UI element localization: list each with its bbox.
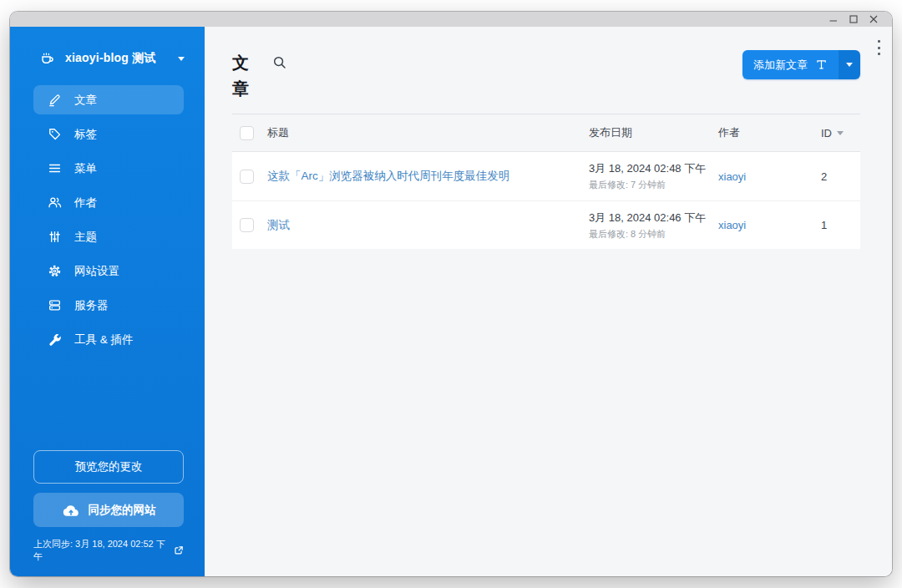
column-header-id[interactable]: ID <box>821 127 860 139</box>
search-button[interactable] <box>272 55 287 70</box>
post-title-link[interactable]: 这款「Arc」浏览器被纳入时代周刊年度最佳发明 <box>267 169 589 184</box>
kebab-dot <box>878 40 880 43</box>
table-row: 这款「Arc」浏览器被纳入时代周刊年度最佳发明 3月 18, 2024 02:4… <box>232 152 860 200</box>
add-new-post-label: 添加新文章 <box>753 58 808 73</box>
sidebar-item-label: 文章 <box>74 93 97 108</box>
kebab-dot <box>878 47 880 49</box>
sidebar-item-label: 菜单 <box>74 161 97 176</box>
sidebar: xiaoyi-blog 测试 文章 <box>10 27 205 576</box>
server-icon <box>48 298 62 312</box>
post-title-link[interactable]: 测试 <box>267 218 589 233</box>
search-icon <box>272 55 287 70</box>
app-logo-coffee-cup-icon <box>38 50 55 67</box>
external-link-icon[interactable] <box>174 545 184 555</box>
sidebar-item-label: 主题 <box>74 230 97 245</box>
author-link[interactable]: xiaoyi <box>718 170 821 183</box>
post-modified: 最后修改: 8 分钟前 <box>589 228 718 241</box>
select-all-checkbox[interactable] <box>240 126 254 140</box>
sliders-icon <box>48 230 62 244</box>
post-id: 2 <box>821 170 860 183</box>
sidebar-item-label: 工具 & 插件 <box>74 332 134 347</box>
column-header-title-label: 标题 <box>267 125 289 140</box>
sidebar-item-tools-plugins[interactable]: 工具 & 插件 <box>33 325 184 354</box>
hamburger-menu-icon <box>48 161 62 175</box>
sidebar-item-tags[interactable]: 标签 <box>33 119 184 149</box>
sidebar-item-server[interactable]: 服务器 <box>33 291 184 320</box>
minimize-icon <box>829 15 838 23</box>
row-checkbox[interactable] <box>240 170 254 184</box>
column-header-title[interactable]: 标题 <box>267 125 589 140</box>
sort-caret-icon <box>837 131 844 135</box>
sync-website-button[interactable]: 同步您的网站 <box>33 493 184 527</box>
wrench-icon <box>48 332 62 347</box>
dropdown-caret-icon <box>846 63 853 67</box>
post-date-cell: 3月 18, 2024 02:46 下午 最后修改: 8 分钟前 <box>589 210 718 241</box>
column-header-date[interactable]: 发布日期 <box>589 125 718 140</box>
posts-table-header: 标题 发布日期 作者 ID <box>232 114 860 152</box>
row-checkbox[interactable] <box>240 218 254 232</box>
table-row: 测试 3月 18, 2024 02:46 下午 最后修改: 8 分钟前 xiao… <box>232 200 860 249</box>
minimize-button[interactable] <box>823 12 844 27</box>
add-new-post-split-button: 添加新文章 <box>742 50 860 79</box>
last-sync-status: 上次同步: 3月 18, 2024 02:52 下午 <box>33 527 184 576</box>
post-date: 3月 18, 2024 02:46 下午 <box>589 210 718 226</box>
page-title: 文章 <box>232 50 252 102</box>
site-name: xiaoyi-blog 测试 <box>65 51 178 66</box>
pencil-icon <box>48 93 62 107</box>
sidebar-item-menus[interactable]: 菜单 <box>33 154 184 183</box>
column-header-author-label: 作者 <box>718 125 740 140</box>
main-content: 文章 添加新文章 <box>205 27 892 576</box>
preview-changes-label: 预览您的更改 <box>75 459 143 474</box>
sidebar-item-posts[interactable]: 文章 <box>33 85 184 114</box>
preview-changes-button[interactable]: 预览您的更改 <box>33 450 184 484</box>
sidebar-footer: 预览您的更改 同步您的网站 上次同步: 3月 18, 2024 02:52 下午 <box>10 450 205 576</box>
window-titlebar <box>10 12 892 27</box>
post-id: 1 <box>821 219 860 231</box>
close-button[interactable] <box>864 12 884 27</box>
sidebar-item-label: 服务器 <box>74 298 109 313</box>
sidebar-item-themes[interactable]: 主题 <box>33 222 184 251</box>
add-new-post-dropdown-button[interactable] <box>839 50 860 79</box>
post-modified: 最后修改: 7 分钟前 <box>589 179 718 191</box>
column-header-author[interactable]: 作者 <box>718 125 821 140</box>
app-window: xiaoyi-blog 测试 文章 <box>10 12 892 576</box>
site-switcher-caret-icon <box>178 57 185 61</box>
column-header-date-label: 发布日期 <box>589 125 632 140</box>
kebab-dot <box>878 53 880 55</box>
post-date: 3月 18, 2024 02:48 下午 <box>589 161 718 176</box>
gear-icon <box>48 264 62 278</box>
last-sync-text: 上次同步: 3月 18, 2024 02:52 下午 <box>33 538 169 563</box>
close-icon <box>869 15 878 23</box>
text-tool-icon <box>815 58 828 71</box>
page-header: 文章 添加新文章 <box>232 50 860 114</box>
column-header-id-label: ID <box>821 127 832 139</box>
maximize-button[interactable] <box>844 12 864 27</box>
sync-website-label: 同步您的网站 <box>89 503 156 518</box>
maximize-icon <box>849 15 858 23</box>
more-options-button[interactable] <box>873 39 884 56</box>
sidebar-nav: 文章 标签 <box>10 85 205 359</box>
sidebar-item-label: 网站设置 <box>74 264 119 279</box>
add-new-post-button[interactable]: 添加新文章 <box>742 50 839 79</box>
site-switcher[interactable]: xiaoyi-blog 测试 <box>10 43 205 74</box>
sidebar-item-label: 作者 <box>74 195 97 210</box>
post-date-cell: 3月 18, 2024 02:48 下午 最后修改: 7 分钟前 <box>589 161 718 191</box>
cloud-upload-icon <box>62 504 80 517</box>
tag-icon <box>48 127 62 141</box>
sidebar-item-authors[interactable]: 作者 <box>33 188 184 217</box>
sidebar-item-site-settings[interactable]: 网站设置 <box>33 256 184 286</box>
people-icon <box>48 195 62 210</box>
sidebar-item-label: 标签 <box>74 127 97 142</box>
author-link[interactable]: xiaoyi <box>718 219 821 231</box>
